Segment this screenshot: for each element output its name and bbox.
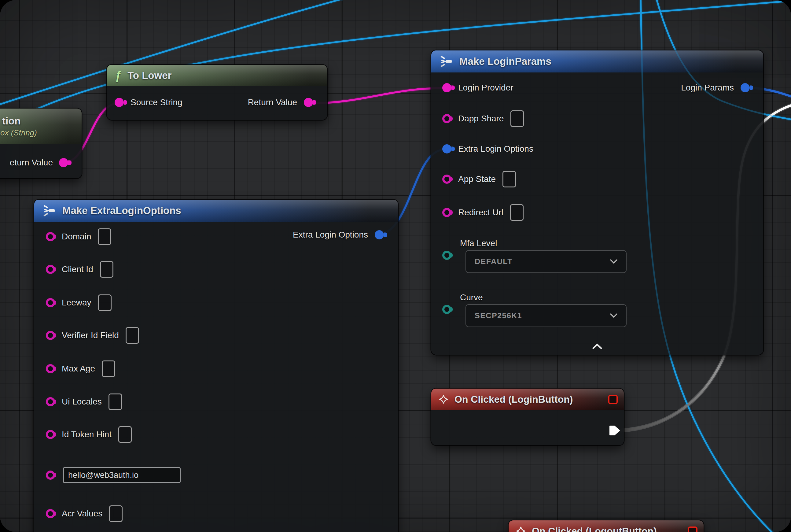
node-header[interactable]: tion ox (String) bbox=[0, 109, 82, 144]
node-function-partial[interactable]: tion ox (String) eturn Value bbox=[0, 109, 82, 178]
input-pin-max-age[interactable] bbox=[46, 364, 55, 373]
blueprint-canvas[interactable]: tion ox (String) eturn Value ƒ To Lower … bbox=[0, 0, 791, 532]
node-header[interactable]: On Clicked (LoginButton) bbox=[431, 388, 624, 410]
node-title: Make ExtraLoginOptions bbox=[62, 205, 181, 216]
pin-label-mfa-level: Mfa Level bbox=[460, 239, 497, 248]
mfa-level-dropdown[interactable]: DEFAULT bbox=[465, 250, 626, 273]
chevron-down-icon bbox=[610, 259, 617, 264]
output-pin-extra-login-options[interactable] bbox=[375, 230, 384, 240]
pin-label-return-value: eturn Value bbox=[10, 158, 53, 168]
leeway-value-box[interactable] bbox=[98, 294, 112, 311]
chevron-down-icon bbox=[610, 314, 617, 318]
pin-label-login-params: Login Params bbox=[681, 83, 734, 93]
node-header[interactable]: ƒ To Lower bbox=[107, 65, 327, 86]
domain-value-box[interactable] bbox=[98, 228, 111, 245]
pin-label-source-string: Source String bbox=[131, 97, 182, 107]
make-struct-icon bbox=[439, 55, 453, 68]
exec-output-pin[interactable] bbox=[609, 425, 620, 436]
input-pin-curve[interactable] bbox=[442, 305, 451, 314]
input-pin-client-id[interactable] bbox=[46, 265, 55, 274]
pin-label-curve: Curve bbox=[460, 292, 483, 302]
node-title: On Clicked (LogoutButton) bbox=[532, 526, 657, 532]
pin-label-max-age: Max Age bbox=[62, 364, 95, 374]
output-pin-return-value[interactable] bbox=[59, 158, 68, 167]
max-age-value-box[interactable] bbox=[102, 360, 115, 377]
login-hint-input[interactable] bbox=[63, 467, 181, 483]
input-pin-verifier-id-field[interactable] bbox=[46, 331, 55, 340]
dapp-share-value-box[interactable] bbox=[510, 110, 524, 127]
output-pin-return-value[interactable] bbox=[304, 98, 313, 107]
curve-dropdown[interactable]: SECP256K1 bbox=[465, 304, 626, 327]
event-icon bbox=[516, 526, 526, 532]
pin-label-return-value: Return Value bbox=[248, 97, 297, 107]
input-pin-ui-locales[interactable] bbox=[46, 397, 55, 406]
input-pin-extra-login-options[interactable] bbox=[442, 144, 451, 153]
ui-locales-value-box[interactable] bbox=[109, 394, 122, 410]
mfa-level-value: DEFAULT bbox=[475, 257, 513, 266]
function-icon: ƒ bbox=[115, 70, 121, 81]
input-pin-login-provider[interactable] bbox=[442, 83, 451, 92]
pin-label-domain: Domain bbox=[62, 232, 91, 242]
pin-label-app-state: App State bbox=[458, 174, 496, 184]
pin-label-ui-locales: Ui Locales bbox=[62, 397, 102, 407]
node-title: On Clicked (LoginButton) bbox=[455, 394, 573, 405]
input-pin-id-token-hint[interactable] bbox=[46, 430, 55, 439]
id-token-hint-value-box[interactable] bbox=[118, 426, 132, 443]
input-pin-domain[interactable] bbox=[46, 232, 55, 241]
pin-label-id-token-hint: Id Token Hint bbox=[62, 430, 112, 439]
node-make-login-params[interactable]: Make LoginParams Login Provider Login Pa… bbox=[431, 51, 763, 355]
node-make-extra-login-options[interactable]: Make ExtraLoginOptions Domain Extra Logi… bbox=[34, 200, 398, 532]
node-title: To Lower bbox=[128, 70, 172, 81]
redirect-url-value-box[interactable] bbox=[510, 204, 524, 221]
pin-label-extra-login-options-out: Extra Login Options bbox=[293, 230, 368, 240]
node-on-clicked-logout-button[interactable]: On Clicked (LogoutButton) bbox=[508, 520, 703, 532]
input-pin-app-state[interactable] bbox=[442, 175, 451, 184]
pin-label-dapp-share: Dapp Share bbox=[458, 114, 504, 124]
app-state-value-box[interactable] bbox=[502, 171, 516, 187]
node-to-lower[interactable]: ƒ To Lower Source String Return Value bbox=[107, 65, 327, 120]
input-pin-login-hint[interactable] bbox=[46, 471, 55, 480]
output-pin-login-params[interactable] bbox=[740, 83, 750, 92]
make-struct-icon bbox=[42, 205, 56, 217]
delegate-pin[interactable] bbox=[608, 395, 618, 404]
verifier-id-field-value-box[interactable] bbox=[126, 327, 139, 344]
acr-values-value-box[interactable] bbox=[109, 506, 122, 522]
input-pin-redirect-url[interactable] bbox=[442, 208, 451, 217]
curve-value: SECP256K1 bbox=[475, 311, 522, 320]
input-pin-acr-values[interactable] bbox=[46, 509, 55, 518]
node-header[interactable]: Make ExtraLoginOptions bbox=[34, 200, 398, 222]
input-pin-leeway[interactable] bbox=[46, 298, 55, 307]
pin-label-client-id: Client Id bbox=[62, 264, 93, 274]
node-title: Make LoginParams bbox=[459, 56, 552, 67]
delegate-pin[interactable] bbox=[688, 527, 697, 532]
pin-label-verifier-id-field: Verifier Id Field bbox=[62, 330, 119, 340]
pin-label-extra-login-options: Extra Login Options bbox=[458, 144, 533, 154]
node-subtitle-fragment: ox (String) bbox=[0, 128, 37, 138]
node-on-clicked-login-button[interactable]: On Clicked (LoginButton) bbox=[431, 388, 624, 445]
event-icon bbox=[439, 394, 448, 404]
pin-label-acr-values: Acr Values bbox=[62, 509, 102, 518]
chevron-up-icon bbox=[592, 343, 602, 349]
collapse-node-button[interactable] bbox=[588, 341, 606, 352]
node-title-fragment: tion bbox=[0, 115, 20, 127]
wire-magenta-tolower-to-provider bbox=[309, 88, 445, 103]
node-header[interactable]: On Clicked (LogoutButton) bbox=[508, 520, 703, 532]
pin-label-leeway: Leeway bbox=[62, 298, 91, 308]
client-id-value-box[interactable] bbox=[100, 261, 113, 278]
node-header[interactable]: Make LoginParams bbox=[431, 51, 763, 73]
input-pin-mfa-level[interactable] bbox=[442, 251, 451, 260]
input-pin-dapp-share[interactable] bbox=[442, 114, 451, 123]
input-pin-source-string[interactable] bbox=[115, 98, 124, 107]
pin-label-login-provider: Login Provider bbox=[458, 83, 514, 93]
pin-label-redirect-url: Redirect Url bbox=[458, 208, 503, 217]
